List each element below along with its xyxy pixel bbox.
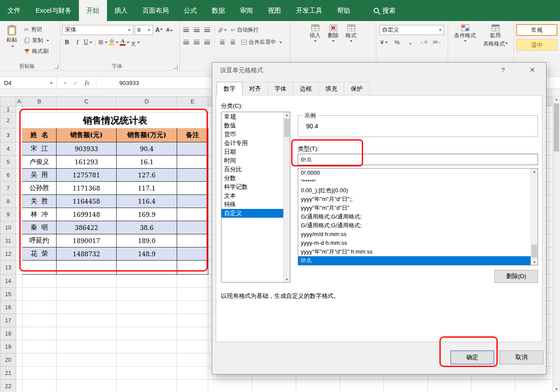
cancel-button[interactable]: 取消: [499, 350, 543, 364]
cell[interactable]: [177, 327, 208, 340]
cell[interactable]: [22, 314, 57, 327]
cell[interactable]: 1699148: [57, 208, 117, 221]
cell[interactable]: [177, 234, 208, 247]
tab-file[interactable]: 文件: [0, 0, 28, 21]
cell-active-d4[interactable]: 90.4: [117, 142, 177, 155]
category-item[interactable]: 货币: [221, 130, 283, 139]
delete-cells-button[interactable]: 删除: [326, 24, 340, 44]
column-header-e[interactable]: E: [177, 97, 208, 106]
format-item[interactable]: yyyy-m-d h:mm:ss: [298, 239, 531, 247]
borders-button[interactable]: ⊞: [98, 37, 107, 47]
format-painter-button[interactable]: 格式刷: [24, 47, 49, 56]
cell[interactable]: 吴 用: [22, 169, 57, 182]
cell[interactable]: [117, 353, 177, 367]
format-item-selected[interactable]: 0!.0,: [298, 256, 531, 265]
cell[interactable]: [177, 195, 208, 208]
cell[interactable]: [117, 380, 177, 392]
row-header[interactable]: 3: [0, 128, 16, 142]
cell[interactable]: 117.1: [117, 182, 177, 195]
scroll-up-icon[interactable]: ▲: [284, 113, 290, 117]
table-header-cell[interactable]: 销售额(元): [57, 128, 117, 142]
insert-cells-button[interactable]: 插入: [308, 24, 322, 44]
cell[interactable]: [117, 301, 177, 314]
category-item[interactable]: 科学记数: [221, 183, 283, 191]
cell[interactable]: [22, 261, 57, 275]
row-header[interactable]: 17: [0, 314, 16, 327]
search-box[interactable]: 搜索: [367, 0, 402, 21]
cell[interactable]: [16, 195, 22, 208]
category-item[interactable]: 日期: [221, 148, 283, 156]
select-all-corner[interactable]: [0, 97, 16, 106]
shrink-font-button[interactable]: A: [165, 25, 174, 35]
format-item[interactable]: yyyy"年"m"月"d"日" h:mm:ss: [298, 247, 531, 256]
row-header[interactable]: 18: [0, 327, 16, 340]
decrease-decimal-button[interactable]: .00→: [432, 37, 442, 47]
category-item[interactable]: 常规: [221, 113, 283, 121]
tab-developer[interactable]: 开发工具: [289, 0, 330, 21]
cell[interactable]: 38.6: [117, 221, 177, 234]
category-item[interactable]: 文本: [221, 191, 283, 200]
cell[interactable]: 161293: [57, 155, 117, 169]
paste-button[interactable]: 粘贴: [2, 24, 22, 56]
format-item[interactable]: yyyy/m/d h:mm:ss: [298, 230, 531, 239]
tab-review[interactable]: 审阅: [232, 0, 260, 21]
cell[interactable]: [16, 340, 22, 353]
row-header[interactable]: 9: [0, 208, 16, 221]
cell[interactable]: [177, 142, 208, 155]
scroll-down-icon[interactable]: ▼: [553, 388, 560, 391]
cell[interactable]: [16, 155, 22, 169]
cell[interactable]: [16, 182, 22, 195]
cell[interactable]: [57, 261, 117, 275]
tab-view[interactable]: 视图: [260, 0, 289, 21]
cell[interactable]: [117, 275, 177, 288]
row-header[interactable]: 19: [0, 340, 16, 353]
cell[interactable]: 1890017: [57, 234, 117, 247]
cell[interactable]: 127.6: [117, 169, 177, 182]
scrollbar-thumb[interactable]: [554, 103, 559, 152]
cell[interactable]: [177, 367, 208, 380]
cell-style-moderate[interactable]: 适中: [516, 39, 557, 51]
tab-excel-finance[interactable]: Excel与财务: [28, 0, 79, 21]
cell[interactable]: [57, 288, 117, 301]
dialog-tab-protection[interactable]: 保护: [344, 82, 370, 95]
category-item[interactable]: 会计专用: [221, 139, 283, 148]
cell[interactable]: 公孙胜: [22, 182, 57, 195]
scroll-up-icon[interactable]: ▲: [531, 170, 538, 173]
decrease-indent-button[interactable]: [218, 37, 227, 47]
increase-indent-button[interactable]: [228, 37, 237, 47]
cell[interactable]: [16, 275, 22, 288]
column-header-c[interactable]: C: [57, 97, 117, 106]
tab-insert[interactable]: 插入: [107, 0, 135, 21]
cell[interactable]: 169.9: [117, 208, 177, 221]
format-as-table-button[interactable]: 套用 表格格式: [482, 24, 510, 49]
cell[interactable]: [177, 182, 208, 195]
cell[interactable]: [16, 261, 22, 275]
cell[interactable]: [16, 367, 22, 380]
cell[interactable]: [117, 288, 177, 301]
cell[interactable]: 386422: [57, 221, 117, 234]
cell[interactable]: [117, 261, 177, 275]
top-align-button[interactable]: [182, 25, 191, 35]
scrollbar-thumb[interactable]: [284, 119, 289, 137]
dialog-tab-alignment[interactable]: 对齐: [242, 82, 268, 95]
cell[interactable]: [177, 169, 208, 182]
column-header-d[interactable]: D: [117, 97, 177, 106]
cell[interactable]: 1164458: [57, 195, 117, 208]
cell[interactable]: [22, 106, 57, 113]
align-right-button[interactable]: [203, 37, 212, 47]
cell[interactable]: [22, 367, 57, 380]
cell[interactable]: [22, 288, 57, 301]
align-left-button[interactable]: [182, 37, 191, 47]
cell-style-normal[interactable]: 常规: [516, 24, 557, 36]
cell[interactable]: [22, 340, 57, 353]
cell[interactable]: [16, 106, 22, 113]
orientation-button[interactable]: ab: [218, 25, 227, 35]
cell[interactable]: 宋 江: [22, 142, 57, 155]
ok-button[interactable]: 确定: [450, 350, 494, 364]
cell[interactable]: [177, 106, 208, 113]
table-header-cell[interactable]: 备注: [177, 128, 208, 142]
insert-function-icon[interactable]: fx: [85, 79, 89, 87]
cell[interactable]: 呼延灼: [22, 234, 57, 247]
row-header[interactable]: 11: [0, 234, 16, 247]
cell[interactable]: [177, 353, 208, 367]
